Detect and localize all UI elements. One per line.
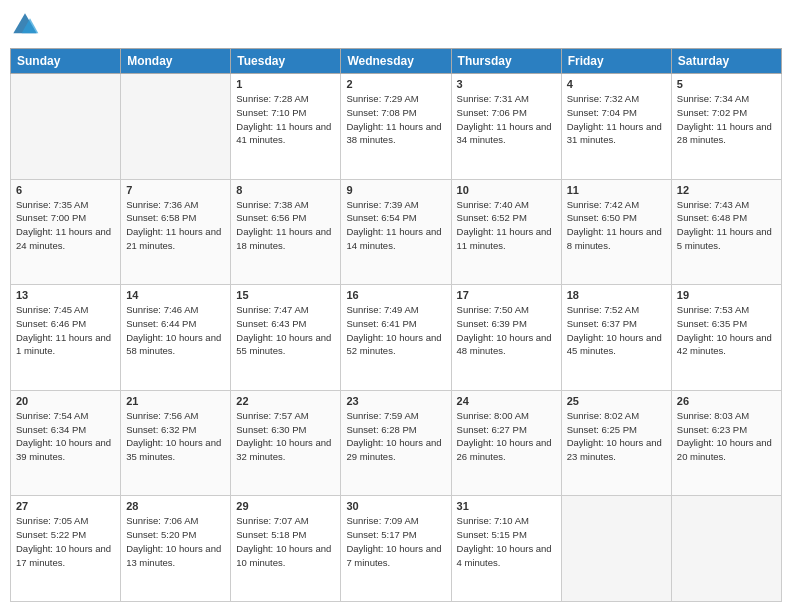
day-number: 31 bbox=[457, 500, 556, 512]
day-info: Sunrise: 8:00 AMSunset: 6:27 PMDaylight:… bbox=[457, 409, 556, 464]
calendar-cell: 27Sunrise: 7:05 AMSunset: 5:22 PMDayligh… bbox=[11, 496, 121, 602]
logo bbox=[10, 10, 44, 40]
day-info: Sunrise: 7:05 AMSunset: 5:22 PMDaylight:… bbox=[16, 514, 115, 569]
calendar-cell: 17Sunrise: 7:50 AMSunset: 6:39 PMDayligh… bbox=[451, 285, 561, 391]
col-header-tuesday: Tuesday bbox=[231, 49, 341, 74]
col-header-monday: Monday bbox=[121, 49, 231, 74]
day-number: 5 bbox=[677, 78, 776, 90]
calendar-cell: 12Sunrise: 7:43 AMSunset: 6:48 PMDayligh… bbox=[671, 179, 781, 285]
calendar-cell: 18Sunrise: 7:52 AMSunset: 6:37 PMDayligh… bbox=[561, 285, 671, 391]
day-info: Sunrise: 7:39 AMSunset: 6:54 PMDaylight:… bbox=[346, 198, 445, 253]
day-info: Sunrise: 7:32 AMSunset: 7:04 PMDaylight:… bbox=[567, 92, 666, 147]
calendar-cell: 6Sunrise: 7:35 AMSunset: 7:00 PMDaylight… bbox=[11, 179, 121, 285]
calendar-cell: 22Sunrise: 7:57 AMSunset: 6:30 PMDayligh… bbox=[231, 390, 341, 496]
calendar-cell: 25Sunrise: 8:02 AMSunset: 6:25 PMDayligh… bbox=[561, 390, 671, 496]
calendar-cell: 16Sunrise: 7:49 AMSunset: 6:41 PMDayligh… bbox=[341, 285, 451, 391]
calendar-cell: 28Sunrise: 7:06 AMSunset: 5:20 PMDayligh… bbox=[121, 496, 231, 602]
day-number: 21 bbox=[126, 395, 225, 407]
day-info: Sunrise: 7:38 AMSunset: 6:56 PMDaylight:… bbox=[236, 198, 335, 253]
header bbox=[10, 10, 782, 40]
day-number: 27 bbox=[16, 500, 115, 512]
calendar-cell: 9Sunrise: 7:39 AMSunset: 6:54 PMDaylight… bbox=[341, 179, 451, 285]
day-info: Sunrise: 7:34 AMSunset: 7:02 PMDaylight:… bbox=[677, 92, 776, 147]
day-number: 2 bbox=[346, 78, 445, 90]
col-header-friday: Friday bbox=[561, 49, 671, 74]
day-info: Sunrise: 7:06 AMSunset: 5:20 PMDaylight:… bbox=[126, 514, 225, 569]
day-info: Sunrise: 7:09 AMSunset: 5:17 PMDaylight:… bbox=[346, 514, 445, 569]
day-info: Sunrise: 7:29 AMSunset: 7:08 PMDaylight:… bbox=[346, 92, 445, 147]
day-number: 17 bbox=[457, 289, 556, 301]
calendar-cell: 20Sunrise: 7:54 AMSunset: 6:34 PMDayligh… bbox=[11, 390, 121, 496]
calendar-cell: 1Sunrise: 7:28 AMSunset: 7:10 PMDaylight… bbox=[231, 74, 341, 180]
calendar-cell: 7Sunrise: 7:36 AMSunset: 6:58 PMDaylight… bbox=[121, 179, 231, 285]
day-info: Sunrise: 7:45 AMSunset: 6:46 PMDaylight:… bbox=[16, 303, 115, 358]
day-info: Sunrise: 7:36 AMSunset: 6:58 PMDaylight:… bbox=[126, 198, 225, 253]
calendar-cell: 23Sunrise: 7:59 AMSunset: 6:28 PMDayligh… bbox=[341, 390, 451, 496]
calendar-cell: 8Sunrise: 7:38 AMSunset: 6:56 PMDaylight… bbox=[231, 179, 341, 285]
day-info: Sunrise: 8:03 AMSunset: 6:23 PMDaylight:… bbox=[677, 409, 776, 464]
week-row-1: 1Sunrise: 7:28 AMSunset: 7:10 PMDaylight… bbox=[11, 74, 782, 180]
day-number: 16 bbox=[346, 289, 445, 301]
calendar-cell: 11Sunrise: 7:42 AMSunset: 6:50 PMDayligh… bbox=[561, 179, 671, 285]
day-info: Sunrise: 7:52 AMSunset: 6:37 PMDaylight:… bbox=[567, 303, 666, 358]
day-number: 26 bbox=[677, 395, 776, 407]
day-info: Sunrise: 7:43 AMSunset: 6:48 PMDaylight:… bbox=[677, 198, 776, 253]
col-header-sunday: Sunday bbox=[11, 49, 121, 74]
day-number: 23 bbox=[346, 395, 445, 407]
col-header-wednesday: Wednesday bbox=[341, 49, 451, 74]
day-info: Sunrise: 7:28 AMSunset: 7:10 PMDaylight:… bbox=[236, 92, 335, 147]
day-number: 8 bbox=[236, 184, 335, 196]
calendar-cell: 30Sunrise: 7:09 AMSunset: 5:17 PMDayligh… bbox=[341, 496, 451, 602]
day-number: 22 bbox=[236, 395, 335, 407]
day-number: 6 bbox=[16, 184, 115, 196]
day-info: Sunrise: 7:53 AMSunset: 6:35 PMDaylight:… bbox=[677, 303, 776, 358]
day-number: 30 bbox=[346, 500, 445, 512]
calendar-cell bbox=[561, 496, 671, 602]
calendar-cell: 19Sunrise: 7:53 AMSunset: 6:35 PMDayligh… bbox=[671, 285, 781, 391]
week-row-2: 6Sunrise: 7:35 AMSunset: 7:00 PMDaylight… bbox=[11, 179, 782, 285]
day-info: Sunrise: 7:10 AMSunset: 5:15 PMDaylight:… bbox=[457, 514, 556, 569]
calendar-page: SundayMondayTuesdayWednesdayThursdayFrid… bbox=[0, 0, 792, 612]
day-number: 12 bbox=[677, 184, 776, 196]
logo-icon bbox=[10, 10, 40, 40]
day-info: Sunrise: 7:59 AMSunset: 6:28 PMDaylight:… bbox=[346, 409, 445, 464]
day-info: Sunrise: 8:02 AMSunset: 6:25 PMDaylight:… bbox=[567, 409, 666, 464]
week-row-3: 13Sunrise: 7:45 AMSunset: 6:46 PMDayligh… bbox=[11, 285, 782, 391]
day-number: 4 bbox=[567, 78, 666, 90]
col-header-thursday: Thursday bbox=[451, 49, 561, 74]
day-number: 10 bbox=[457, 184, 556, 196]
col-header-saturday: Saturday bbox=[671, 49, 781, 74]
calendar-cell: 14Sunrise: 7:46 AMSunset: 6:44 PMDayligh… bbox=[121, 285, 231, 391]
day-info: Sunrise: 7:31 AMSunset: 7:06 PMDaylight:… bbox=[457, 92, 556, 147]
day-number: 13 bbox=[16, 289, 115, 301]
day-info: Sunrise: 7:54 AMSunset: 6:34 PMDaylight:… bbox=[16, 409, 115, 464]
day-info: Sunrise: 7:40 AMSunset: 6:52 PMDaylight:… bbox=[457, 198, 556, 253]
day-info: Sunrise: 7:35 AMSunset: 7:00 PMDaylight:… bbox=[16, 198, 115, 253]
day-info: Sunrise: 7:47 AMSunset: 6:43 PMDaylight:… bbox=[236, 303, 335, 358]
calendar-cell: 29Sunrise: 7:07 AMSunset: 5:18 PMDayligh… bbox=[231, 496, 341, 602]
calendar-cell: 4Sunrise: 7:32 AMSunset: 7:04 PMDaylight… bbox=[561, 74, 671, 180]
day-info: Sunrise: 7:42 AMSunset: 6:50 PMDaylight:… bbox=[567, 198, 666, 253]
day-number: 11 bbox=[567, 184, 666, 196]
week-row-5: 27Sunrise: 7:05 AMSunset: 5:22 PMDayligh… bbox=[11, 496, 782, 602]
day-info: Sunrise: 7:07 AMSunset: 5:18 PMDaylight:… bbox=[236, 514, 335, 569]
day-number: 28 bbox=[126, 500, 225, 512]
day-info: Sunrise: 7:50 AMSunset: 6:39 PMDaylight:… bbox=[457, 303, 556, 358]
day-info: Sunrise: 7:57 AMSunset: 6:30 PMDaylight:… bbox=[236, 409, 335, 464]
day-info: Sunrise: 7:56 AMSunset: 6:32 PMDaylight:… bbox=[126, 409, 225, 464]
day-number: 1 bbox=[236, 78, 335, 90]
day-number: 15 bbox=[236, 289, 335, 301]
week-row-4: 20Sunrise: 7:54 AMSunset: 6:34 PMDayligh… bbox=[11, 390, 782, 496]
day-number: 29 bbox=[236, 500, 335, 512]
calendar-cell: 21Sunrise: 7:56 AMSunset: 6:32 PMDayligh… bbox=[121, 390, 231, 496]
calendar-cell bbox=[671, 496, 781, 602]
day-number: 3 bbox=[457, 78, 556, 90]
calendar-cell: 2Sunrise: 7:29 AMSunset: 7:08 PMDaylight… bbox=[341, 74, 451, 180]
calendar-cell: 5Sunrise: 7:34 AMSunset: 7:02 PMDaylight… bbox=[671, 74, 781, 180]
day-info: Sunrise: 7:46 AMSunset: 6:44 PMDaylight:… bbox=[126, 303, 225, 358]
calendar-cell: 15Sunrise: 7:47 AMSunset: 6:43 PMDayligh… bbox=[231, 285, 341, 391]
calendar-table: SundayMondayTuesdayWednesdayThursdayFrid… bbox=[10, 48, 782, 602]
calendar-cell: 13Sunrise: 7:45 AMSunset: 6:46 PMDayligh… bbox=[11, 285, 121, 391]
day-number: 25 bbox=[567, 395, 666, 407]
calendar-cell: 3Sunrise: 7:31 AMSunset: 7:06 PMDaylight… bbox=[451, 74, 561, 180]
